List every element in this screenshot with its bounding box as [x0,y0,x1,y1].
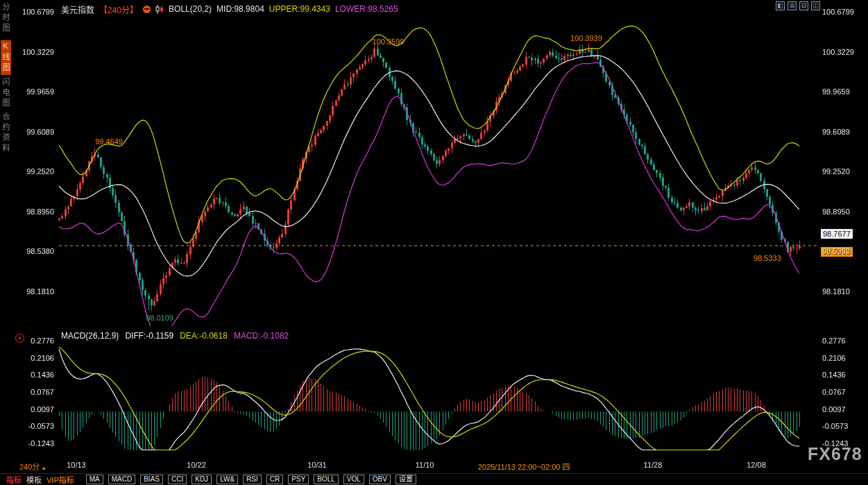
sidebar-item-time-chart[interactable]: 分时图 [1,3,11,34]
indicator-button-bias[interactable]: BIAS [140,475,163,484]
price-axis-label: 99.9659 [822,87,850,96]
macd-diff-value: DIFF:-0.1159 [125,331,173,341]
price-axis-label: 99.2520 [822,167,850,176]
indicator-button-kdj[interactable]: KDJ [192,475,212,484]
price-axis-label: 99.9659 [14,87,54,96]
price-axis-label: 100.3229 [822,48,854,56]
macd-axis-label: 0.2106 [14,354,54,362]
time-axis-date: 10/31 [307,461,327,469]
price-axis-label: 98.5380 [822,247,850,255]
price-annotation: 100.3939 [570,34,602,42]
price-axis-label: 99.6089 [14,128,54,136]
macd-axis-label: 0.0097 [14,405,54,414]
bottom-toolbar: 指标 模板 VIP指标 MA MACD BIAS CCI KDJ LW& RSI… [0,473,868,485]
macd-header: MACD(26,12,9) DIFF:-0.1159 DEA:-0.0618 M… [61,331,289,341]
price-axis-label: 98.8950 [822,207,850,216]
tab-vip-indicator[interactable]: VIP指标 [46,474,74,485]
candlestick-icon [155,5,164,14]
chart-header: 美元指数 【240分】 BOLL(20,2) MID:98.9804 UPPER… [61,3,398,15]
period-label-text: 240分 [19,463,40,471]
macd-title: MACD(26,12,9) [61,331,119,341]
boll-upper-value: UPPER:99.4343 [269,4,330,14]
indicator-button-cci[interactable]: CCI [168,475,187,484]
macd-axis-label: 0.2776 [822,337,846,345]
symbol-name: 美元指数 [61,3,94,15]
price-annotation: 98.5333 [754,254,781,262]
indicator-button-rsi[interactable]: RSI [243,475,262,484]
up-triangle-icon [40,463,46,471]
indicator-button-vol[interactable]: VOL [343,475,364,484]
indicator-button-obv[interactable]: OBV [369,475,391,484]
sidebar-item-lightning-chart[interactable]: 闪电图 [1,78,11,109]
crosshair-date: 2025/11/13 22:00~02:00 四 [478,461,570,472]
indicator-button-lwr[interactable]: LW& [216,475,238,484]
macd-axis-label: -0.0573 [822,422,848,430]
indicator-button-ma[interactable]: MA [86,475,103,484]
boll-mid-value: MID:98.9804 [216,4,264,14]
sidebar-item-contract-info[interactable]: 合约资料 [1,112,11,154]
price-axis-label: 100.3229 [14,48,54,56]
period-selector[interactable]: 240分 [19,461,46,472]
price-axis-label: 100.6799 [14,8,54,16]
settings-button[interactable]: 设置 [395,475,416,484]
indicator-button-macd[interactable]: MACD [108,475,135,484]
price-axis-label: 98.5380 [14,247,54,255]
macd-axis-label: 0.0767 [822,388,846,396]
price-axis-label: 100.6799 [822,8,854,16]
crosshair-price-badge: 98.7677 [821,229,853,239]
indicator-button-boll[interactable]: BOLL [314,475,339,484]
layout-toolbar [776,1,820,10]
price-axis-label: 98.8950 [14,207,54,216]
macd-dea-value: DEA:-0.0618 [180,331,228,341]
indicator-button-cr[interactable]: CR [266,475,283,484]
macd-axis-label: 0.1436 [14,371,54,379]
price-axis-label: 98.1810 [822,287,850,296]
layout-grid-icon[interactable] [788,1,797,10]
macd-macd-value: MACD:-0.1082 [234,331,289,341]
macd-axis-label: 0.2106 [822,354,846,362]
time-axis-date: 11/10 [416,461,434,469]
time-axis: 240分 2025/11/13 22:00~02:00 四 10/1310/22… [0,461,868,472]
layout-split-left-icon[interactable] [776,1,785,10]
sidebar-item-kline-chart[interactable]: K线图 [1,40,11,75]
kline-chart-canvas[interactable] [0,0,868,485]
macd-axis-label: 0.0097 [822,405,846,414]
boll-lower-value: LOWER:98.5265 [335,4,398,14]
layout-columns-icon[interactable] [811,1,820,10]
macd-axis-label: -0.1243 [14,439,54,448]
watermark: FX678 [808,444,862,464]
time-axis-date: 10/13 [67,461,86,469]
price-axis-label: 99.6089 [822,128,850,136]
price-annotation: 100.3599 [373,37,405,46]
price-axis-label: 98.1810 [14,287,54,296]
time-axis-date: 10/22 [187,461,206,469]
period-tag: 【240分】 [99,3,138,15]
tab-indicator[interactable]: 指标 [6,474,22,485]
macd-axis-label: -0.0573 [14,422,54,430]
macd-axis-label: 0.1436 [822,371,846,379]
tab-template[interactable]: 模板 [26,474,42,485]
indicator-close-icon[interactable] [15,334,24,343]
boll-label: BOLL(20,2) [169,4,212,14]
price-annotation: 98.0109 [146,314,173,322]
time-axis-date: 12/08 [747,461,766,469]
trading-chart-app: 分时图 K线图 闪电图 合约资料 美元指数 【240分】 BOLL(20,2) … [0,0,868,485]
indicator-button-psy[interactable]: PSY [288,475,309,484]
macd-axis-label: 0.0767 [14,388,54,396]
minus-circle-icon[interactable] [143,6,151,13]
price-axis-label: 99.2520 [14,167,54,176]
time-axis-date: 11/28 [644,461,663,469]
price-annotation: 99.4649 [95,137,123,146]
layout-rows-icon[interactable] [799,1,808,10]
